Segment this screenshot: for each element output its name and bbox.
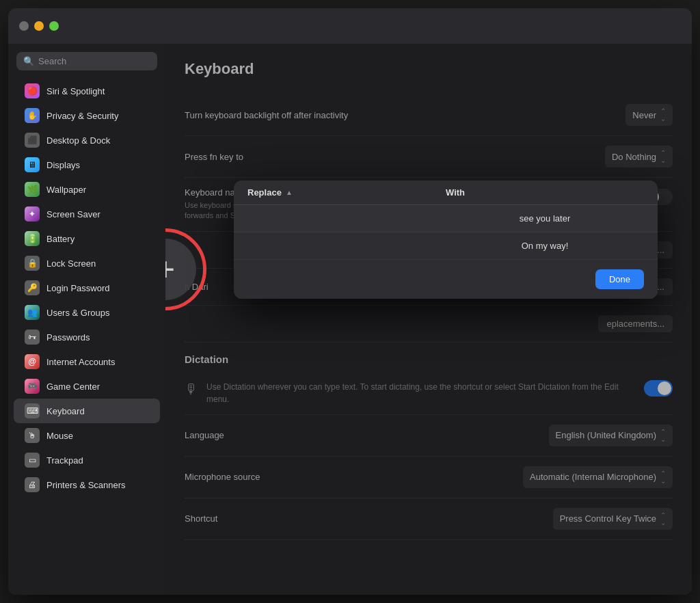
sidebar-item-label: Trackpad — [46, 455, 83, 466]
modal-overlay: + Replace ▲ With — [165, 44, 692, 595]
sidebar-item-label: Wallpaper — [46, 185, 86, 195]
sidebar-item-label: Lock Screen — [46, 258, 96, 269]
sidebar-item-keyboard[interactable]: ⌨ Keyboard — [14, 399, 160, 423]
passwords-icon: 🗝 — [25, 330, 40, 345]
with-cell-1: On my way! — [446, 241, 644, 251]
sidebar-item-label: Printers & Scanners — [46, 480, 126, 490]
add-replacement-button[interactable]: + — [165, 239, 196, 300]
done-button[interactable]: Done — [595, 269, 644, 289]
siri-spotlight-icon: 🔴 — [25, 83, 40, 98]
text-replacement-modal: Replace ▲ With see you later On my wa — [234, 180, 658, 299]
replace-label: Replace — [247, 187, 282, 198]
sidebar-item-battery[interactable]: 🔋 Battery — [14, 226, 160, 251]
mouse-icon: 🖱 — [25, 428, 40, 443]
sidebar-item-trackpad[interactable]: ▭ Trackpad — [14, 448, 160, 472]
sidebar-item-label: Keyboard — [46, 406, 85, 416]
sidebar-item-label: Internet Accounts — [46, 357, 115, 367]
internet-accounts-icon: @ — [25, 354, 40, 369]
sidebar-item-label: Login Password — [46, 283, 110, 293]
main-window: 🔍 Search 🔴 Siri & Spotlight ✋ Privacy & … — [8, 8, 692, 595]
modal-footer: Done — [234, 260, 658, 299]
maximize-button[interactable] — [49, 21, 59, 31]
search-container: 🔍 Search — [8, 52, 165, 79]
lock-screen-icon: 🔒 — [25, 256, 40, 271]
sidebar: 🔍 Search 🔴 Siri & Spotlight ✋ Privacy & … — [8, 44, 165, 595]
with-column-header: With — [446, 187, 644, 198]
sidebar-item-passwords[interactable]: 🗝 Passwords — [14, 325, 160, 349]
sidebar-item-printers-scanners[interactable]: 🖨 Printers & Scanners — [14, 472, 160, 497]
search-box[interactable]: 🔍 Search — [16, 52, 157, 70]
sidebar-item-siri-spotlight[interactable]: 🔴 Siri & Spotlight — [14, 79, 160, 103]
sidebar-item-label: Siri & Spotlight — [46, 86, 105, 96]
privacy-security-icon: ✋ — [25, 108, 40, 123]
minimize-button[interactable] — [34, 21, 44, 31]
replace-cell-0 — [247, 213, 446, 224]
main-content: 🔍 Search 🔴 Siri & Spotlight ✋ Privacy & … — [8, 44, 692, 595]
displays-icon: 🖥 — [25, 157, 40, 172]
sidebar-item-label: Battery — [46, 234, 75, 244]
trackpad-icon: ▭ — [25, 453, 40, 468]
sidebar-item-wallpaper[interactable]: 🌿 Wallpaper — [14, 177, 160, 202]
replace-cell-1 — [247, 241, 446, 251]
sidebar-item-privacy-security[interactable]: ✋ Privacy & Security — [14, 103, 160, 128]
sort-chevron-icon: ▲ — [286, 189, 293, 196]
desktop-dock-icon: ⬛ — [25, 133, 40, 148]
sidebar-item-label: Desktop & Dock — [46, 135, 110, 146]
content-area: Keyboard Turn keyboard backlight off aft… — [165, 44, 692, 595]
close-button[interactable] — [19, 21, 29, 31]
login-password-icon: 🔑 — [25, 280, 40, 295]
sidebar-item-lock-screen[interactable]: 🔒 Lock Screen — [14, 251, 160, 276]
sidebar-item-label: Displays — [46, 160, 80, 170]
wallpaper-icon: 🌿 — [25, 182, 40, 197]
modal-table-header: Replace ▲ With — [234, 180, 658, 205]
search-icon: 🔍 — [23, 56, 34, 66]
sidebar-item-screen-saver[interactable]: ✦ Screen Saver — [14, 202, 160, 226]
battery-icon: 🔋 — [25, 231, 40, 246]
table-row: see you later — [234, 205, 658, 232]
sidebar-item-mouse[interactable]: 🖱 Mouse — [14, 423, 160, 448]
sidebar-item-users-groups[interactable]: 👥 Users & Groups — [14, 300, 160, 325]
sidebar-item-login-password[interactable]: 🔑 Login Password — [14, 276, 160, 300]
screen-saver-icon: ✦ — [25, 206, 40, 222]
search-placeholder: Search — [38, 56, 66, 66]
sidebar-item-label: Mouse — [46, 431, 73, 441]
sidebar-item-label: Screen Saver — [46, 209, 100, 219]
add-replacement-circle: + — [165, 228, 206, 310]
sidebar-item-label: Game Center — [46, 381, 100, 392]
sidebar-item-label: Users & Groups — [46, 308, 109, 318]
sidebar-item-internet-accounts[interactable]: @ Internet Accounts — [14, 349, 160, 374]
sidebar-item-displays[interactable]: 🖥 Displays — [14, 152, 160, 177]
with-cell-0: see you later — [446, 213, 644, 224]
traffic-lights — [19, 21, 59, 31]
titlebar — [8, 8, 692, 44]
sidebar-item-label: Passwords — [46, 332, 90, 343]
game-center-icon: 🎮 — [25, 379, 40, 394]
replace-column-header: Replace ▲ — [247, 187, 446, 198]
with-label: With — [446, 187, 465, 198]
sidebar-item-game-center[interactable]: 🎮 Game Center — [14, 374, 160, 399]
users-groups-icon: 👥 — [25, 305, 40, 320]
sidebar-item-desktop-dock[interactable]: ⬛ Desktop & Dock — [14, 128, 160, 152]
printers-scanners-icon: 🖨 — [25, 477, 40, 492]
plus-icon: + — [165, 253, 175, 286]
keyboard-icon: ⌨ — [25, 403, 40, 418]
table-row: On my way! — [234, 232, 658, 260]
sidebar-item-label: Privacy & Security — [46, 111, 118, 121]
